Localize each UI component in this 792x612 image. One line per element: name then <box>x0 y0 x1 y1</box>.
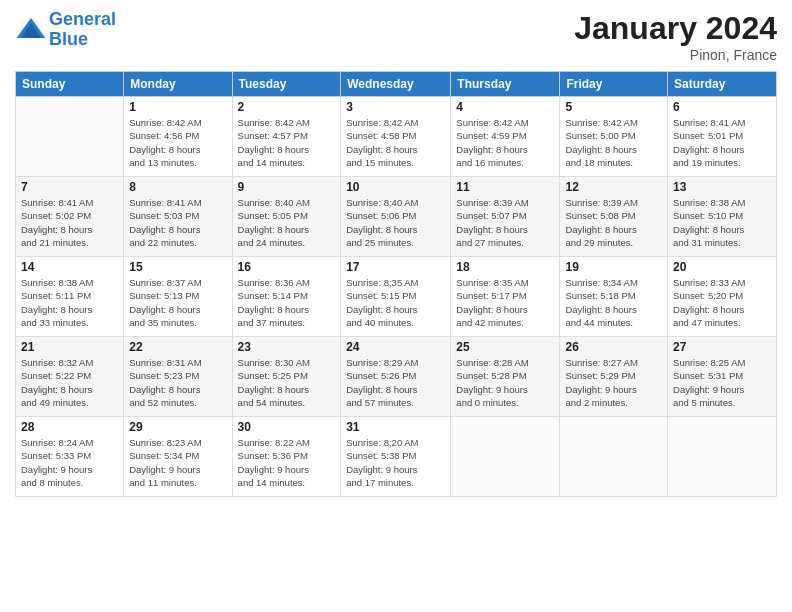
day-number: 15 <box>129 260 226 274</box>
calendar-cell <box>560 417 668 497</box>
calendar-cell: 22Sunrise: 8:31 AM Sunset: 5:23 PM Dayli… <box>124 337 232 417</box>
logo-line1: General <box>49 9 116 29</box>
col-wednesday: Wednesday <box>341 72 451 97</box>
calendar-cell: 30Sunrise: 8:22 AM Sunset: 5:36 PM Dayli… <box>232 417 341 497</box>
day-info: Sunrise: 8:34 AM Sunset: 5:18 PM Dayligh… <box>565 276 662 329</box>
calendar-week-4: 21Sunrise: 8:32 AM Sunset: 5:22 PM Dayli… <box>16 337 777 417</box>
calendar-cell: 14Sunrise: 8:38 AM Sunset: 5:11 PM Dayli… <box>16 257 124 337</box>
calendar-cell: 25Sunrise: 8:28 AM Sunset: 5:28 PM Dayli… <box>451 337 560 417</box>
day-number: 21 <box>21 340 118 354</box>
calendar-cell: 7Sunrise: 8:41 AM Sunset: 5:02 PM Daylig… <box>16 177 124 257</box>
day-number: 24 <box>346 340 445 354</box>
day-number: 26 <box>565 340 662 354</box>
calendar-cell: 19Sunrise: 8:34 AM Sunset: 5:18 PM Dayli… <box>560 257 668 337</box>
day-number: 22 <box>129 340 226 354</box>
calendar-cell: 23Sunrise: 8:30 AM Sunset: 5:25 PM Dayli… <box>232 337 341 417</box>
day-info: Sunrise: 8:40 AM Sunset: 5:06 PM Dayligh… <box>346 196 445 249</box>
day-info: Sunrise: 8:20 AM Sunset: 5:38 PM Dayligh… <box>346 436 445 489</box>
logo: General Blue <box>15 10 116 50</box>
day-info: Sunrise: 8:37 AM Sunset: 5:13 PM Dayligh… <box>129 276 226 329</box>
col-thursday: Thursday <box>451 72 560 97</box>
day-info: Sunrise: 8:36 AM Sunset: 5:14 PM Dayligh… <box>238 276 336 329</box>
month-title: January 2024 <box>574 10 777 47</box>
calendar-cell: 5Sunrise: 8:42 AM Sunset: 5:00 PM Daylig… <box>560 97 668 177</box>
calendar-cell: 9Sunrise: 8:40 AM Sunset: 5:05 PM Daylig… <box>232 177 341 257</box>
calendar-cell: 17Sunrise: 8:35 AM Sunset: 5:15 PM Dayli… <box>341 257 451 337</box>
day-number: 16 <box>238 260 336 274</box>
day-number: 10 <box>346 180 445 194</box>
day-info: Sunrise: 8:41 AM Sunset: 5:02 PM Dayligh… <box>21 196 118 249</box>
calendar-cell: 26Sunrise: 8:27 AM Sunset: 5:29 PM Dayli… <box>560 337 668 417</box>
day-info: Sunrise: 8:42 AM Sunset: 4:57 PM Dayligh… <box>238 116 336 169</box>
calendar-week-1: 1Sunrise: 8:42 AM Sunset: 4:56 PM Daylig… <box>16 97 777 177</box>
calendar-cell: 1Sunrise: 8:42 AM Sunset: 4:56 PM Daylig… <box>124 97 232 177</box>
day-number: 6 <box>673 100 771 114</box>
calendar-body: 1Sunrise: 8:42 AM Sunset: 4:56 PM Daylig… <box>16 97 777 497</box>
calendar-cell <box>451 417 560 497</box>
day-info: Sunrise: 8:38 AM Sunset: 5:11 PM Dayligh… <box>21 276 118 329</box>
calendar-cell: 6Sunrise: 8:41 AM Sunset: 5:01 PM Daylig… <box>668 97 777 177</box>
calendar-week-5: 28Sunrise: 8:24 AM Sunset: 5:33 PM Dayli… <box>16 417 777 497</box>
day-number: 28 <box>21 420 118 434</box>
calendar-week-2: 7Sunrise: 8:41 AM Sunset: 5:02 PM Daylig… <box>16 177 777 257</box>
logo-line2: Blue <box>49 29 88 49</box>
day-info: Sunrise: 8:35 AM Sunset: 5:17 PM Dayligh… <box>456 276 554 329</box>
calendar-cell: 10Sunrise: 8:40 AM Sunset: 5:06 PM Dayli… <box>341 177 451 257</box>
day-info: Sunrise: 8:31 AM Sunset: 5:23 PM Dayligh… <box>129 356 226 409</box>
day-number: 7 <box>21 180 118 194</box>
day-number: 18 <box>456 260 554 274</box>
page-container: General Blue January 2024 Pinon, France … <box>0 0 792 507</box>
day-info: Sunrise: 8:40 AM Sunset: 5:05 PM Dayligh… <box>238 196 336 249</box>
day-info: Sunrise: 8:42 AM Sunset: 4:56 PM Dayligh… <box>129 116 226 169</box>
day-info: Sunrise: 8:42 AM Sunset: 4:58 PM Dayligh… <box>346 116 445 169</box>
calendar-cell: 13Sunrise: 8:38 AM Sunset: 5:10 PM Dayli… <box>668 177 777 257</box>
calendar-cell: 24Sunrise: 8:29 AM Sunset: 5:26 PM Dayli… <box>341 337 451 417</box>
calendar-cell <box>16 97 124 177</box>
calendar-cell: 8Sunrise: 8:41 AM Sunset: 5:03 PM Daylig… <box>124 177 232 257</box>
day-number: 30 <box>238 420 336 434</box>
day-info: Sunrise: 8:39 AM Sunset: 5:07 PM Dayligh… <box>456 196 554 249</box>
day-number: 25 <box>456 340 554 354</box>
day-number: 17 <box>346 260 445 274</box>
day-number: 8 <box>129 180 226 194</box>
day-number: 13 <box>673 180 771 194</box>
day-info: Sunrise: 8:33 AM Sunset: 5:20 PM Dayligh… <box>673 276 771 329</box>
day-info: Sunrise: 8:22 AM Sunset: 5:36 PM Dayligh… <box>238 436 336 489</box>
calendar-cell: 3Sunrise: 8:42 AM Sunset: 4:58 PM Daylig… <box>341 97 451 177</box>
day-info: Sunrise: 8:24 AM Sunset: 5:33 PM Dayligh… <box>21 436 118 489</box>
day-number: 31 <box>346 420 445 434</box>
calendar-cell: 15Sunrise: 8:37 AM Sunset: 5:13 PM Dayli… <box>124 257 232 337</box>
col-sunday: Sunday <box>16 72 124 97</box>
calendar-cell: 28Sunrise: 8:24 AM Sunset: 5:33 PM Dayli… <box>16 417 124 497</box>
calendar-cell: 18Sunrise: 8:35 AM Sunset: 5:17 PM Dayli… <box>451 257 560 337</box>
day-info: Sunrise: 8:38 AM Sunset: 5:10 PM Dayligh… <box>673 196 771 249</box>
day-number: 14 <box>21 260 118 274</box>
calendar-cell: 29Sunrise: 8:23 AM Sunset: 5:34 PM Dayli… <box>124 417 232 497</box>
calendar-cell: 27Sunrise: 8:25 AM Sunset: 5:31 PM Dayli… <box>668 337 777 417</box>
logo-text: General Blue <box>49 10 116 50</box>
day-info: Sunrise: 8:39 AM Sunset: 5:08 PM Dayligh… <box>565 196 662 249</box>
day-info: Sunrise: 8:27 AM Sunset: 5:29 PM Dayligh… <box>565 356 662 409</box>
logo-icon <box>15 14 47 46</box>
day-number: 2 <box>238 100 336 114</box>
day-number: 20 <box>673 260 771 274</box>
header-row: Sunday Monday Tuesday Wednesday Thursday… <box>16 72 777 97</box>
day-info: Sunrise: 8:42 AM Sunset: 4:59 PM Dayligh… <box>456 116 554 169</box>
day-number: 5 <box>565 100 662 114</box>
day-number: 11 <box>456 180 554 194</box>
day-info: Sunrise: 8:35 AM Sunset: 5:15 PM Dayligh… <box>346 276 445 329</box>
calendar-cell: 11Sunrise: 8:39 AM Sunset: 5:07 PM Dayli… <box>451 177 560 257</box>
calendar-cell: 2Sunrise: 8:42 AM Sunset: 4:57 PM Daylig… <box>232 97 341 177</box>
day-number: 19 <box>565 260 662 274</box>
title-block: January 2024 Pinon, France <box>574 10 777 63</box>
day-info: Sunrise: 8:30 AM Sunset: 5:25 PM Dayligh… <box>238 356 336 409</box>
day-number: 12 <box>565 180 662 194</box>
day-info: Sunrise: 8:41 AM Sunset: 5:01 PM Dayligh… <box>673 116 771 169</box>
day-number: 4 <box>456 100 554 114</box>
day-number: 1 <box>129 100 226 114</box>
day-info: Sunrise: 8:42 AM Sunset: 5:00 PM Dayligh… <box>565 116 662 169</box>
col-saturday: Saturday <box>668 72 777 97</box>
calendar-cell: 12Sunrise: 8:39 AM Sunset: 5:08 PM Dayli… <box>560 177 668 257</box>
location: Pinon, France <box>574 47 777 63</box>
calendar-cell <box>668 417 777 497</box>
